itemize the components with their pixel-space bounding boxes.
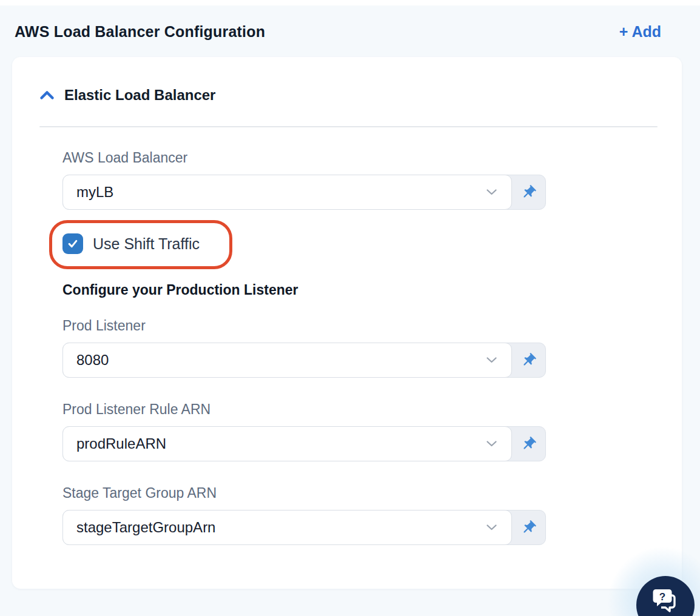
pin-button[interactable] <box>512 343 545 377</box>
field-label-prod-listener-rule-arn: Prod Listener Rule ARN <box>62 401 546 418</box>
field-label-stage-target-group-arn: Stage Target Group ARN <box>62 485 546 501</box>
chevron-down-icon <box>486 524 497 531</box>
chat-question-icon: ? <box>650 586 681 616</box>
select-value: 8080 <box>76 352 109 369</box>
use-shift-traffic-row[interactable]: Use Shift Traffic <box>62 233 200 254</box>
prod-listener-rule-arn-select[interactable]: prodRuleARN <box>62 426 512 461</box>
page-header: AWS Load Balancer Configuration + Add <box>0 0 700 41</box>
form: AWS Load Balancer myLB Use Sh <box>12 150 546 545</box>
top-strip <box>0 0 700 5</box>
pin-button[interactable] <box>512 511 545 544</box>
divider <box>39 126 658 127</box>
select-field-aws-load-balancer: myLB <box>62 175 546 210</box>
add-button[interactable]: + Add <box>619 23 661 41</box>
field-label-prod-listener: Prod Listener <box>62 318 546 334</box>
chevron-down-icon <box>486 441 497 447</box>
subheading: Configure your Production Listener <box>62 282 546 298</box>
section-title: Elastic Load Balancer <box>64 87 215 104</box>
select-field-prod-listener-rule-arn: prodRuleARN <box>62 426 546 461</box>
prod-listener-select[interactable]: 8080 <box>62 343 512 378</box>
chevron-down-icon <box>486 357 497 363</box>
select-value: prodRuleARN <box>76 435 166 452</box>
select-value: myLB <box>76 184 113 201</box>
pushpin-icon <box>517 349 540 372</box>
question-glyph: ? <box>659 591 665 603</box>
field-label-aws-load-balancer: AWS Load Balancer <box>62 150 546 166</box>
select-field-stage-target-group-arn: stageTargetGroupArn <box>62 510 546 545</box>
chevron-up-icon[interactable] <box>39 86 55 104</box>
section-header[interactable]: Elastic Load Balancer <box>39 57 682 104</box>
pushpin-icon <box>517 516 540 539</box>
pushpin-icon <box>517 181 540 204</box>
select-value: stageTargetGroupArn <box>76 519 215 536</box>
page-title: AWS Load Balancer Configuration <box>15 23 265 41</box>
chevron-down-icon <box>486 189 497 195</box>
checkbox-label: Use Shift Traffic <box>93 235 200 253</box>
use-shift-traffic-checkbox[interactable] <box>62 233 83 254</box>
config-card: Elastic Load Balancer AWS Load Balancer … <box>12 57 682 589</box>
select-field-prod-listener: 8080 <box>62 343 546 378</box>
pin-button[interactable] <box>512 427 545 461</box>
check-icon <box>67 238 79 250</box>
aws-load-balancer-select[interactable]: myLB <box>62 175 512 210</box>
stage-target-group-arn-select[interactable]: stageTargetGroupArn <box>62 510 512 545</box>
pushpin-icon <box>517 432 540 455</box>
pin-button[interactable] <box>512 175 545 209</box>
